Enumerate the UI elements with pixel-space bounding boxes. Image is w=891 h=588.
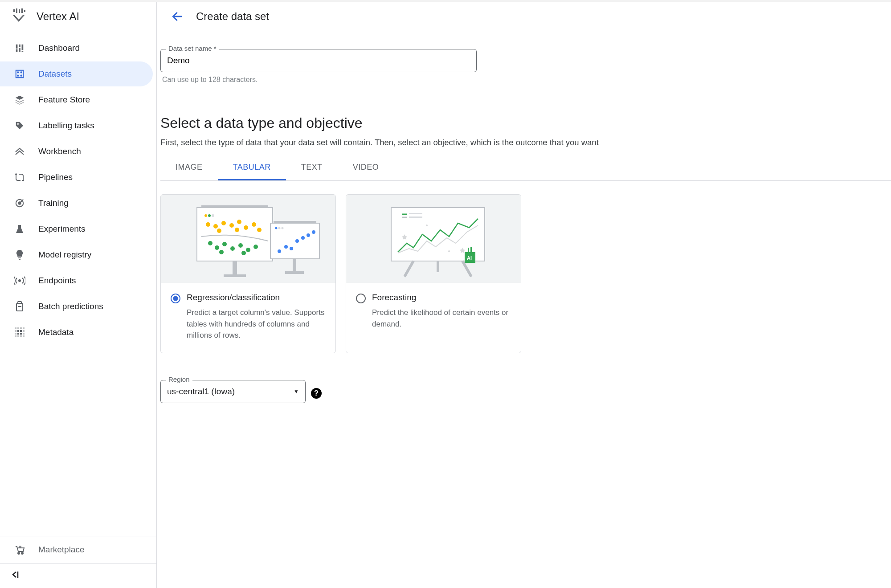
svg-rect-1 [16,8,17,13]
svg-point-16 [17,123,19,125]
sidebar-item-model-registry[interactable]: Model registry [0,242,153,267]
sidebar-item-training[interactable]: Training [0,191,153,216]
workbench-icon [13,145,26,158]
svg-rect-30 [17,330,19,332]
svg-point-57 [244,225,248,230]
svg-point-84 [312,230,315,234]
tab-tabular[interactable]: TABULAR [218,155,286,180]
tab-image[interactable]: IMAGE [160,155,218,180]
layers-icon [13,94,26,106]
training-icon [13,197,26,209]
back-button[interactable] [169,8,185,24]
svg-line-92 [405,261,413,277]
svg-rect-8 [19,48,20,52]
collapse-sidebar-button[interactable] [11,571,20,580]
chevron-down-icon: ▼ [294,388,299,395]
dataset-name-label: Data set name * [166,45,219,52]
objective-card-regression-classification[interactable]: Regression/classification Predict a targ… [160,194,336,353]
svg-rect-46 [201,205,268,208]
svg-rect-20 [19,259,20,260]
svg-point-67 [246,248,250,252]
svg-rect-27 [20,327,22,329]
svg-rect-33 [15,333,16,335]
region-select[interactable]: us-central1 (Iowa) ▼ [160,380,306,403]
sidebar-bottom: Marketplace [0,536,156,563]
svg-point-59 [217,229,221,233]
svg-point-68 [253,245,258,249]
svg-rect-31 [20,330,22,332]
region-help-icon[interactable]: ? [311,388,322,399]
svg-point-81 [295,239,299,243]
svg-point-66 [238,243,243,248]
vertex-ai-logo-icon [11,8,27,24]
bulb-icon [13,249,26,261]
svg-point-55 [229,223,234,228]
dataset-name-input[interactable] [160,49,477,72]
svg-point-65 [230,246,235,251]
sidebar-item-marketplace[interactable]: Marketplace [0,537,156,562]
svg-rect-32 [23,330,25,332]
svg-rect-23 [18,302,21,303]
svg-point-58 [252,222,256,227]
sidebar-item-label: Model registry [38,250,91,260]
objective-title: Forecasting [372,293,511,302]
sidebar-item-datasets[interactable]: Datasets [0,61,153,86]
svg-rect-25 [15,327,16,329]
svg-point-54 [221,221,226,225]
svg-point-77 [282,227,284,229]
sidebar-item-workbench[interactable]: Workbench [0,139,153,164]
svg-point-91 [448,250,450,252]
objective-card-forecasting[interactable]: AI Forecasting Predict the likelihood of… [346,194,521,353]
svg-point-80 [290,247,293,250]
svg-point-63 [215,245,219,250]
batch-icon [13,300,26,313]
tab-video[interactable]: VIDEO [338,155,394,180]
svg-point-49 [204,214,207,217]
svg-rect-72 [274,221,316,223]
tag-icon [13,119,26,132]
svg-rect-73 [293,259,296,271]
datasets-icon [13,68,26,80]
svg-point-13 [17,75,18,76]
dataset-name-helper: Can use up to 128 characters. [162,76,889,84]
tab-text[interactable]: TEXT [286,155,338,180]
svg-point-53 [213,224,218,229]
svg-rect-38 [17,335,19,337]
sidebar-item-batch-predictions[interactable]: Batch predictions [0,294,153,319]
sidebar-item-feature-store[interactable]: Feature Store [0,87,153,112]
svg-point-21 [18,279,21,282]
sidebar-item-label: Feature Store [38,95,90,105]
sidebar-item-metadata[interactable]: Metadata [0,320,153,345]
sidebar-item-label: Batch predictions [38,302,103,311]
svg-rect-89 [409,216,422,218]
sidebar-item-pipelines[interactable]: Pipelines [0,165,153,190]
sidebar-item-label: Datasets [38,69,72,79]
flask-icon [13,223,26,235]
svg-rect-88 [409,213,422,214]
sidebar-title: Vertex AI [37,10,79,23]
svg-rect-47 [233,261,237,274]
marketplace-icon [13,543,26,556]
svg-rect-71 [270,223,319,259]
svg-rect-0 [13,9,15,12]
sidebar-item-label: Metadata [38,327,74,337]
sidebar-item-endpoints[interactable]: Endpoints [0,268,153,293]
svg-point-90 [426,225,428,226]
sidebar-collapse-row [0,563,156,588]
sidebar-item-experiments[interactable]: Experiments [0,216,153,241]
region-row: Region us-central1 (Iowa) ▼ ? [160,380,891,407]
sidebar-item-dashboard[interactable]: Dashboard [0,36,153,61]
svg-rect-6 [16,49,18,52]
sidebar-item-labelling-tasks[interactable]: Labelling tasks [0,113,153,138]
svg-rect-19 [18,257,21,258]
section-description: First, select the type of data that your… [160,138,891,147]
radio-forecasting[interactable] [356,294,366,303]
sidebar-item-label: Training [38,198,69,208]
svg-point-12 [17,72,18,73]
sidebar-item-label: Experiments [38,224,86,234]
svg-point-70 [241,251,246,255]
svg-rect-9 [22,45,24,50]
radio-regression-classification[interactable] [171,294,180,303]
svg-rect-5 [16,45,18,49]
svg-rect-96 [468,248,469,252]
